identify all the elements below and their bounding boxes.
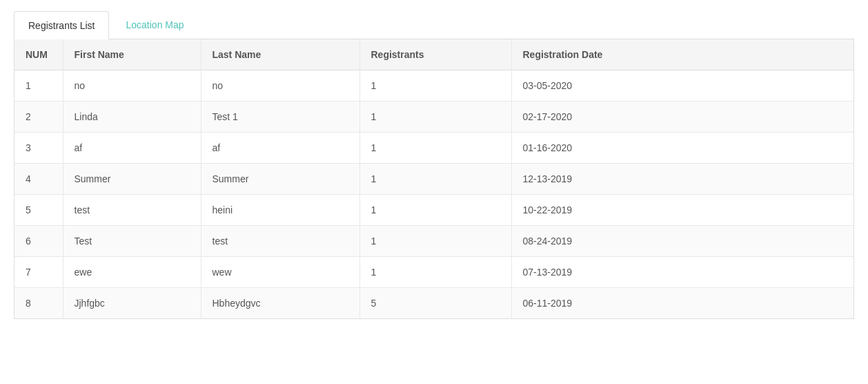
cell-last-name: heini <box>201 195 359 226</box>
cell-last-name: Test 1 <box>201 102 359 133</box>
col-header-last-name: Last Name <box>201 39 359 70</box>
page-container: Registrants List Location Map NUM First … <box>0 0 868 384</box>
col-header-registrants: Registrants <box>359 39 511 70</box>
tab-location-map[interactable]: Location Map <box>112 11 197 39</box>
cell-registration-date: 07-13-2019 <box>511 257 854 288</box>
cell-first-name: Linda <box>63 102 201 133</box>
cell-num: 7 <box>14 257 63 288</box>
registrants-table: NUM First Name Last Name Registrants Reg… <box>14 39 854 318</box>
tab-bar: Registrants List Location Map <box>14 11 854 39</box>
cell-registration-date: 12-13-2019 <box>511 164 854 195</box>
cell-registrants: 5 <box>359 288 511 319</box>
cell-last-name: no <box>201 70 359 102</box>
cell-registration-date: 03-05-2020 <box>511 70 854 102</box>
cell-last-name: Hbheydgvc <box>201 288 359 319</box>
table-row: 8JjhfgbcHbheydgvc506-11-2019 <box>14 288 854 319</box>
cell-registrants: 1 <box>359 226 511 257</box>
cell-first-name: af <box>63 133 201 164</box>
cell-first-name: no <box>63 70 201 102</box>
cell-first-name: Test <box>63 226 201 257</box>
cell-num: 6 <box>14 226 63 257</box>
cell-registrants: 1 <box>359 195 511 226</box>
cell-registrants: 1 <box>359 102 511 133</box>
table-body: 1nono103-05-20202LindaTest 1102-17-20203… <box>14 70 854 319</box>
cell-registration-date: 02-17-2020 <box>511 102 854 133</box>
cell-registration-date: 10-22-2019 <box>511 195 854 226</box>
cell-num: 8 <box>14 288 63 319</box>
cell-registrants: 1 <box>359 257 511 288</box>
table-row: 1nono103-05-2020 <box>14 70 854 102</box>
cell-num: 5 <box>14 195 63 226</box>
cell-registration-date: 01-16-2020 <box>511 133 854 164</box>
cell-registration-date: 08-24-2019 <box>511 226 854 257</box>
table-row: 5testheini110-22-2019 <box>14 195 854 226</box>
cell-num: 1 <box>14 70 63 102</box>
table-row: 6Testtest108-24-2019 <box>14 226 854 257</box>
col-header-first-name: First Name <box>63 39 201 70</box>
tab-registrants-list[interactable]: Registrants List <box>14 11 109 39</box>
table-wrapper: NUM First Name Last Name Registrants Reg… <box>14 39 854 319</box>
cell-last-name: af <box>201 133 359 164</box>
col-header-num: NUM <box>14 39 63 70</box>
cell-last-name: wew <box>201 257 359 288</box>
table-row: 4SummerSummer112-13-2019 <box>14 164 854 195</box>
table-row: 7ewewew107-13-2019 <box>14 257 854 288</box>
cell-registrants: 1 <box>359 164 511 195</box>
col-header-registration-date: Registration Date <box>511 39 854 70</box>
cell-registrants: 1 <box>359 133 511 164</box>
table-row: 2LindaTest 1102-17-2020 <box>14 102 854 133</box>
cell-first-name: Jjhfgbc <box>63 288 201 319</box>
table-header-row: NUM First Name Last Name Registrants Reg… <box>14 39 854 70</box>
cell-num: 4 <box>14 164 63 195</box>
cell-registrants: 1 <box>359 70 511 102</box>
cell-first-name: ewe <box>63 257 201 288</box>
cell-first-name: test <box>63 195 201 226</box>
cell-last-name: Summer <box>201 164 359 195</box>
cell-registration-date: 06-11-2019 <box>511 288 854 319</box>
cell-num: 3 <box>14 133 63 164</box>
cell-last-name: test <box>201 226 359 257</box>
cell-first-name: Summer <box>63 164 201 195</box>
table-row: 3afaf101-16-2020 <box>14 133 854 164</box>
cell-num: 2 <box>14 102 63 133</box>
